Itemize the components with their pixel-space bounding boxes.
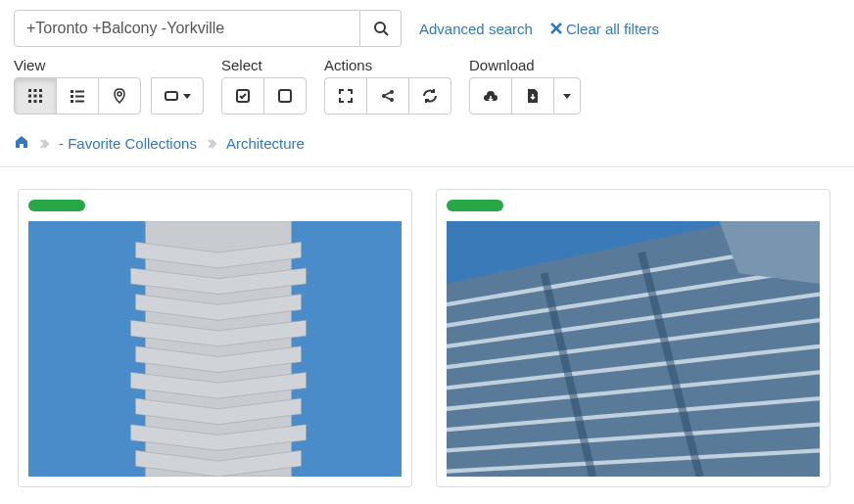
fullscreen-button[interactable] <box>324 77 367 115</box>
status-badge <box>447 200 503 211</box>
svg-point-19 <box>118 92 121 96</box>
result-card[interactable] <box>18 189 412 487</box>
share-button[interactable] <box>366 77 409 115</box>
download-cloud-button[interactable] <box>469 77 512 115</box>
svg-rect-13 <box>71 90 73 93</box>
svg-rect-5 <box>34 89 37 92</box>
clear-filters-link[interactable]: Clear all filters <box>550 21 659 37</box>
svg-line-1 <box>384 31 388 35</box>
breadcrumb-separator <box>207 136 216 152</box>
view-list-button[interactable] <box>56 77 99 115</box>
cloud-download-icon <box>483 88 498 104</box>
svg-rect-22 <box>279 90 291 102</box>
rectangle-icon <box>164 88 179 104</box>
caret-down-icon <box>183 94 191 99</box>
select-none-button[interactable] <box>263 77 307 115</box>
svg-rect-16 <box>75 96 84 98</box>
svg-rect-20 <box>166 92 177 100</box>
svg-rect-18 <box>75 101 84 103</box>
search-group <box>14 10 402 47</box>
view-section: View <box>14 57 204 115</box>
svg-rect-4 <box>28 89 31 92</box>
svg-line-26 <box>386 93 391 96</box>
select-all-button[interactable] <box>221 77 264 115</box>
expand-icon <box>338 88 354 104</box>
breadcrumb-current[interactable]: Architecture <box>226 135 305 152</box>
svg-rect-10 <box>28 100 31 103</box>
grid-icon <box>27 88 43 104</box>
view-map-button[interactable] <box>98 77 141 115</box>
svg-point-24 <box>390 90 394 94</box>
list-icon <box>70 88 85 104</box>
close-icon <box>550 23 562 34</box>
select-group <box>221 77 307 115</box>
svg-point-0 <box>375 23 385 32</box>
share-icon <box>380 88 396 104</box>
svg-rect-14 <box>75 91 84 93</box>
view-size-button[interactable] <box>151 77 204 115</box>
svg-rect-6 <box>39 89 42 92</box>
thumbnail <box>447 221 820 477</box>
caret-down-icon <box>563 94 571 99</box>
thumbnail <box>28 221 402 477</box>
clear-filters-label: Clear all filters <box>566 21 659 37</box>
toolbar: View Select <box>0 57 854 126</box>
advanced-search-link[interactable]: Advanced search <box>419 21 533 37</box>
breadcrumb-separator <box>39 136 49 152</box>
svg-rect-9 <box>39 95 42 98</box>
home-icon <box>14 134 29 150</box>
search-button[interactable] <box>360 10 402 47</box>
svg-rect-15 <box>71 95 73 98</box>
results-grid <box>0 167 854 504</box>
checkbox-checked-icon <box>235 88 251 104</box>
search-input[interactable] <box>14 10 360 47</box>
result-card[interactable] <box>436 189 830 487</box>
checkbox-empty-icon <box>277 88 293 104</box>
status-badge <box>28 200 85 211</box>
download-label: Download <box>469 57 581 73</box>
actions-section: Actions <box>324 57 451 115</box>
refresh-button[interactable] <box>408 77 451 115</box>
top-bar: Advanced search Clear all filters <box>0 0 854 57</box>
svg-rect-12 <box>39 100 42 103</box>
download-group <box>469 77 581 115</box>
search-icon <box>373 21 389 36</box>
select-label: Select <box>221 57 307 73</box>
map-pin-icon <box>112 88 127 104</box>
refresh-icon <box>422 88 438 104</box>
breadcrumb-favorites[interactable]: - Favorite Collections <box>59 135 197 152</box>
actions-label: Actions <box>324 57 451 73</box>
view-mode-group <box>14 77 141 115</box>
download-more-button[interactable] <box>553 77 581 115</box>
file-download-icon <box>525 88 541 104</box>
breadcrumb: - Favorite Collections Architecture <box>0 126 854 167</box>
view-label: View <box>14 57 204 73</box>
svg-rect-8 <box>34 95 37 98</box>
download-file-button[interactable] <box>511 77 554 115</box>
svg-rect-17 <box>71 100 73 103</box>
actions-group <box>324 77 451 115</box>
svg-line-27 <box>386 97 391 100</box>
select-section: Select <box>221 57 307 115</box>
svg-point-25 <box>390 98 394 102</box>
view-grid-button[interactable] <box>14 77 57 115</box>
download-section: Download <box>469 57 581 115</box>
svg-rect-7 <box>28 95 31 98</box>
breadcrumb-home[interactable] <box>14 134 29 153</box>
view-size-group <box>151 77 204 115</box>
svg-rect-11 <box>34 100 37 103</box>
